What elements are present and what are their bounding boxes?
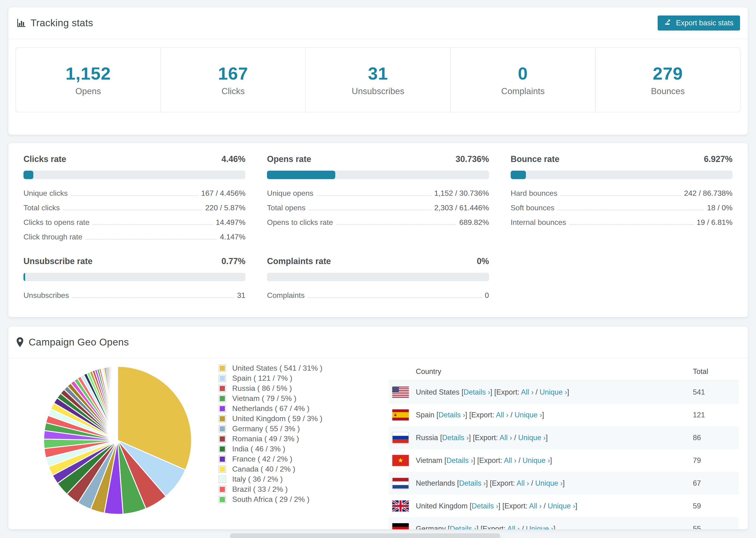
summary-value: 0 — [518, 63, 528, 83]
export-unique-link[interactable]: Unique › — [548, 502, 575, 510]
geo-title: Campaign Geo Opens — [16, 337, 129, 348]
legend-label: Spain ( 121 / 7% ) — [232, 374, 292, 383]
legend-swatch — [219, 445, 226, 453]
legend-label: Canada ( 40 / 2% ) — [232, 465, 296, 473]
country-flag-icon — [392, 523, 409, 529]
legend-item: United Kingdom ( 59 / 3% ) — [219, 413, 322, 424]
export-all-link[interactable]: All › — [516, 479, 529, 487]
country-name: Germany — [416, 525, 446, 530]
rate-title: Complaints rate — [267, 256, 331, 266]
legend-label: Vietnam ( 79 / 5% ) — [232, 394, 296, 403]
legend-swatch — [219, 435, 226, 443]
rate-detail-value: 689.82% — [459, 218, 489, 227]
rate-detail-label: Unique clicks — [24, 189, 68, 198]
rate-detail-row: Total clicks 220 / 5.87% — [24, 203, 245, 212]
legend-label: Romania ( 49 / 3% ) — [232, 435, 299, 443]
legend-swatch — [219, 395, 226, 402]
geo-table-row-us: United States [Details ›] [Export: All ›… — [389, 381, 739, 404]
country-total: 67 — [693, 479, 739, 488]
dotted-leader — [569, 224, 693, 225]
geo-table-row-ru: Russia [Details ›] [Export: All › / Uniq… — [389, 426, 739, 449]
legend-label: France ( 42 / 2% ) — [232, 455, 292, 463]
country-total: 79 — [693, 456, 739, 465]
export-all-link[interactable]: All › — [521, 388, 533, 396]
country-flag-icon — [392, 478, 409, 489]
country-flag-icon — [392, 387, 409, 398]
details-link[interactable]: Details › — [459, 479, 486, 487]
export-all-link[interactable]: All › — [504, 456, 516, 464]
rate-detail-value: 0 — [485, 291, 489, 300]
legend-label: Italy ( 36 / 2% ) — [232, 475, 283, 484]
dotted-leader — [93, 224, 212, 225]
rate-detail-value: 4.147% — [220, 233, 245, 241]
details-link[interactable]: Details › — [450, 525, 477, 530]
geo-legend: United States ( 541 / 31% ) Spain ( 121 … — [219, 363, 322, 505]
rate-detail-label: Soft bounces — [511, 203, 555, 212]
details-link[interactable]: Details › — [463, 388, 490, 396]
legend-label: Netherlands ( 67 / 4% ) — [232, 404, 309, 413]
rate-detail-label: Total opens — [267, 203, 305, 212]
legend-swatch — [219, 415, 226, 422]
geo-pie-chart[interactable] — [39, 362, 196, 519]
legend-swatch — [219, 385, 226, 392]
rate-detail-value: 14.497% — [216, 218, 245, 227]
page-title: Tracking stats — [16, 17, 93, 28]
rate-detail-label: Complaints — [267, 291, 304, 300]
rate-value: 0% — [477, 256, 489, 266]
legend-item: Spain ( 121 / 7% ) — [219, 373, 322, 383]
rate-detail-row: Click through rate 4.147% — [24, 233, 245, 241]
rate-detail-value: 2,303 / 61.446% — [434, 203, 489, 212]
export-basic-stats-button[interactable]: Export basic stats — [658, 16, 740, 30]
rate-detail-value: 220 / 5.87% — [205, 203, 245, 212]
export-label: Export: — [496, 388, 519, 396]
export-unique-link[interactable]: Unique › — [518, 434, 546, 442]
legend-swatch — [219, 496, 226, 503]
details-link[interactable]: Details › — [472, 502, 499, 510]
legend-item: France ( 42 / 2% ) — [219, 454, 322, 464]
rate-detail-row: Unique clicks 167 / 4.456% — [24, 189, 245, 198]
rate-progress-fill — [267, 171, 335, 179]
country-flag-icon — [392, 432, 409, 443]
export-icon — [664, 18, 672, 28]
rate-value: 0.77% — [221, 256, 245, 266]
rate-block-clicks-rate: Clicks rate 4.46% Unique clicks 167 / 4.… — [24, 154, 245, 241]
country-total: 86 — [693, 434, 739, 442]
rate-value: 6.927% — [704, 154, 732, 164]
rate-detail-label: Clicks to opens rate — [24, 218, 89, 227]
details-link[interactable]: Details › — [442, 434, 469, 442]
export-unique-link[interactable]: Unique › — [514, 411, 542, 419]
total-column-header: Total — [693, 367, 739, 376]
geo-header: Campaign Geo Opens — [8, 327, 748, 358]
rate-detail-value: 31 — [237, 291, 245, 300]
dotted-leader — [71, 195, 198, 196]
export-all-link[interactable]: All › — [507, 525, 519, 530]
export-unique-link[interactable]: Unique › — [535, 479, 563, 487]
rate-block-complaints-rate: Complaints rate 0% Complaints 0 — [267, 256, 489, 300]
horizontal-scrollbar[interactable] — [230, 533, 500, 538]
tracking-stats-card: Tracking stats Export basic stats 1,152 … — [8, 7, 748, 135]
legend-label: Russia ( 86 / 5% ) — [232, 384, 292, 393]
export-unique-link[interactable]: Unique › — [522, 456, 550, 464]
export-all-link[interactable]: All › — [496, 411, 508, 419]
rate-detail-label: Unique opens — [267, 189, 313, 198]
country-name: Vietnam — [416, 456, 442, 464]
country-flag-icon — [392, 501, 409, 511]
geo-table-row-vn: Vietnam [Details ›] [Export: All › / Uni… — [389, 449, 739, 472]
export-unique-link[interactable]: Unique › — [540, 388, 567, 396]
rate-detail-label: Click through rate — [24, 233, 82, 241]
export-all-link[interactable]: All › — [529, 502, 542, 510]
details-link[interactable]: Details › — [446, 456, 473, 464]
summary-stats-row: 1,152 Opens 167 Clicks 31 Unsubscribes 0… — [16, 47, 740, 112]
legend-item: Canada ( 40 / 2% ) — [219, 464, 322, 474]
details-link[interactable]: Details › — [439, 411, 465, 419]
rate-detail-label: Internal bounces — [511, 218, 566, 227]
export-label: Export: — [479, 456, 502, 464]
legend-item: Russia ( 86 / 5% ) — [219, 383, 322, 394]
rate-detail-value: 242 / 86.738% — [684, 189, 732, 198]
export-all-link[interactable]: All › — [500, 434, 512, 442]
geo-table: Country Total United States [Details ›] … — [389, 363, 739, 529]
rate-detail-value: 1,152 / 30.736% — [434, 189, 489, 198]
rate-detail-row: Opens to clicks rate 689.82% — [267, 218, 489, 227]
legend-item: Romania ( 49 / 3% ) — [219, 434, 322, 444]
export-unique-link[interactable]: Unique › — [526, 525, 553, 530]
